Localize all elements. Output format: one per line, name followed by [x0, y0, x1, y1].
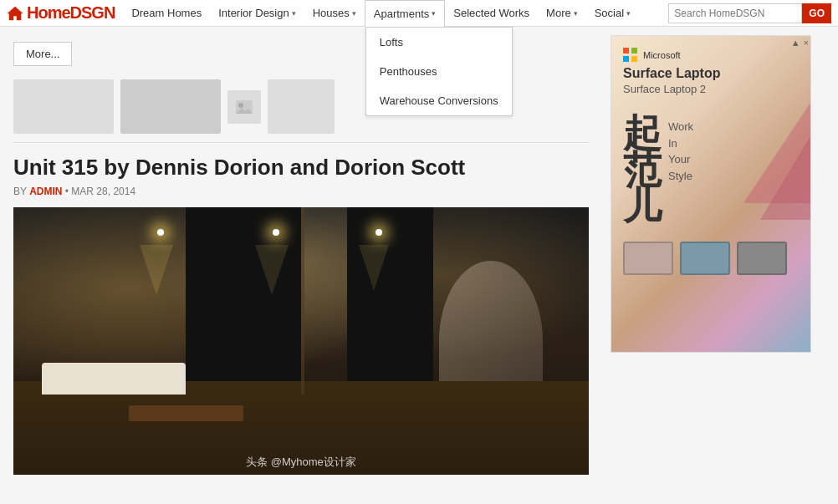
light-cone-2 — [255, 245, 289, 295]
ms-logo-green — [631, 48, 637, 53]
nav-selected-works[interactable]: Selected Works — [445, 0, 538, 27]
sofa — [42, 363, 186, 395]
logo-home: Home — [27, 3, 70, 22]
ad-english-word-4: Style — [668, 168, 693, 185]
dropdown-warehouse[interactable]: Warehouse Conversions — [366, 86, 512, 115]
article-title: Unit 315 by Dennis Dorion and Dorion Sco… — [13, 155, 589, 181]
apartments-dropdown: Lofts Penthouses Warehouse Conversions — [365, 27, 513, 116]
thumbnail-3 — [268, 79, 335, 134]
site-logo[interactable]: HomeDSGN — [7, 3, 115, 23]
ad-laptop-area — [623, 242, 799, 275]
caret-icon: ▾ — [574, 9, 578, 18]
ms-logo-red — [623, 48, 629, 53]
search-button[interactable]: GO — [802, 3, 831, 23]
chinese-char-1: 起 — [623, 115, 662, 152]
chinese-char-2: 范 — [623, 152, 662, 189]
chinese-char-3: 儿 — [623, 188, 662, 225]
nav-items: Dream Homes Interior Design ▾ Houses ▾ A… — [123, 0, 668, 27]
caret-icon: ▾ — [352, 9, 356, 18]
nav-interior-design[interactable]: Interior Design ▾ — [210, 0, 304, 27]
ms-logo-blue — [623, 56, 629, 62]
ad-english-word-1: Work — [668, 119, 693, 135]
nav-social[interactable]: Social ▾ — [586, 0, 639, 27]
svg-point-2 — [238, 103, 243, 108]
navbar: HomeDSGN Dream Homes Interior Design ▾ H… — [0, 0, 838, 27]
thumbnail-icon — [227, 90, 261, 124]
meta-by: BY — [13, 186, 27, 197]
sidebar: ▲ × Microsoft Surface Laptop Surface Lap… — [602, 27, 820, 483]
dropdown-lofts[interactable]: Lofts — [366, 28, 512, 57]
caret-icon: ▾ — [292, 9, 296, 18]
meta-date: MAR 28, 2014 — [71, 186, 135, 197]
ad-logo: Microsoft — [623, 48, 799, 63]
wall-panel-1 — [186, 207, 301, 408]
caret-icon: ▾ — [432, 9, 436, 18]
svg-marker-0 — [8, 7, 23, 20]
ad-english-text-block: Work In Your Style — [668, 119, 693, 184]
laptop-gray — [737, 242, 787, 275]
ad-text-group: 起 范 儿 Work In Your Style — [623, 115, 799, 225]
thumbnail-2 — [120, 79, 221, 134]
ad-english-word-2: In — [668, 135, 693, 152]
logo-dsgn: DSGN — [70, 3, 115, 22]
ad-chinese-text: 起 范 儿 — [623, 115, 662, 225]
light-cone-1 — [140, 245, 173, 295]
wall-panel-2 — [347, 207, 433, 408]
nav-apartments[interactable]: Apartments ▾ Lofts Penthouses Warehouse … — [365, 0, 445, 27]
article-meta: BY ADMIN • MAR 28, 2014 — [13, 186, 589, 197]
article-image: 头条 @Myhome设计家 — [13, 207, 589, 475]
spotlight-1 — [157, 229, 164, 236]
light-cone-3 — [359, 245, 389, 291]
search-input[interactable] — [668, 3, 802, 23]
ad-brand-name: Microsoft — [643, 50, 681, 60]
room-background — [13, 207, 589, 475]
ad-product-line: Surface Laptop — [623, 66, 799, 81]
ms-logo-yellow — [631, 56, 637, 62]
divider — [13, 142, 589, 143]
microsoft-logo-icon — [623, 48, 638, 63]
ad-content: Microsoft Surface Laptop Surface Laptop … — [611, 36, 810, 287]
nav-dream-homes[interactable]: Dream Homes — [123, 0, 210, 27]
nav-more[interactable]: More ▾ — [538, 0, 586, 27]
laptop-blue — [680, 242, 730, 275]
caret-icon: ▾ — [626, 9, 631, 18]
ad-english-word-3: Your — [668, 151, 693, 168]
beam — [301, 207, 304, 395]
ad-product-model: Surface Laptop 2 — [623, 83, 799, 95]
thumbnail-1 — [13, 79, 114, 134]
more-button[interactable]: More... — [13, 42, 72, 66]
dropdown-penthouses[interactable]: Penthouses — [366, 57, 512, 86]
coffee-table — [129, 405, 244, 421]
logo-text: HomeDSGN — [27, 3, 115, 23]
spotlight-2 — [273, 229, 279, 236]
image-watermark: 头条 @Myhome设计家 — [246, 455, 356, 470]
house-icon — [7, 6, 23, 21]
search-area: GO — [668, 3, 831, 23]
nav-houses[interactable]: Houses ▾ — [304, 0, 365, 27]
meta-author[interactable]: ADMIN — [29, 186, 62, 197]
laptop-rose-gold — [623, 242, 673, 275]
ad-banner: ▲ × Microsoft Surface Laptop Surface Lap… — [611, 35, 811, 353]
